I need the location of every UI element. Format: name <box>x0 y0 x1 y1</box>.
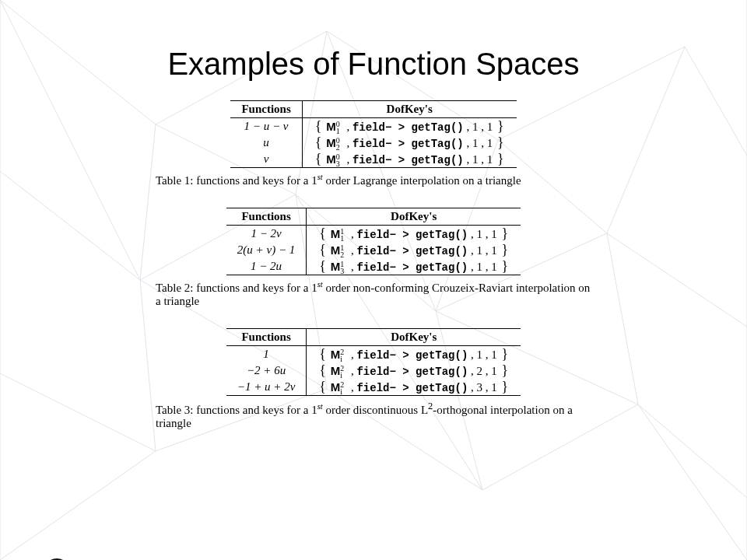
table-1-head-functions: Functions <box>230 101 302 118</box>
table-2-dof-1: { M11 , field− > getTag() , 1 , 1 } <box>307 226 521 243</box>
table-3-head-functions: Functions <box>226 329 307 346</box>
table-row: 1 − u − v { M01 , field− > getTag() , 1 … <box>230 118 516 135</box>
table-3-dof-3: { M2i , field− > getTag() , 3 , 1 } <box>307 379 521 396</box>
table-1-dof-3: { M03 , field− > getTag() , 1 , 1 } <box>302 151 516 168</box>
table-3-func-2: −2 + 6u <box>226 362 307 379</box>
table-2-head-functions: Functions <box>226 208 307 226</box>
table-3-func-1: 1 <box>226 346 307 363</box>
table-row: 2(u + v) − 1 { M12 , field− > getTag() ,… <box>226 242 521 258</box>
table-1: Functions DofKey's 1 − u − v { M01 , fie… <box>230 100 516 168</box>
table-row: v { M03 , field− > getTag() , 1 , 1 } <box>230 151 516 168</box>
table-row: 1 − 2v { M11 , field− > getTag() , 1 , 1… <box>226 226 521 243</box>
table-2-head-dofkeys: DofKey's <box>307 208 521 226</box>
table-row: −1 + u + 2v { M2i , field− > getTag() , … <box>226 379 521 396</box>
table-3-caption: Table 3: functions and keys for a 1st or… <box>156 401 591 430</box>
tables-container: Functions DofKey's 1 − u − v { M01 , fie… <box>124 100 622 430</box>
table-3-dof-2: { M2i , field− > getTag() , 2 , 1 } <box>307 362 521 379</box>
table-row: −2 + 6u { M2i , field− > getTag() , 2 , … <box>226 362 521 379</box>
table-3: Functions DofKey's 1 { M2i , field− > ge… <box>226 328 521 396</box>
table-1-dof-2: { M02 , field− > getTag() , 1 , 1 } <box>302 135 516 151</box>
table-3-dof-1: { M2i , field− > getTag() , 1 , 1 } <box>307 346 521 363</box>
table-2-func-3: 1 − 2u <box>226 258 307 275</box>
table-2-func-2: 2(u + v) − 1 <box>226 242 307 258</box>
slide-title: Examples of Function Spaces <box>0 47 747 82</box>
table-row: 1 − 2u { M13 , field− > getTag() , 1 , 1… <box>226 258 521 275</box>
table-2-dof-3: { M13 , field− > getTag() , 1 , 1 } <box>307 258 521 275</box>
table-2-dof-2: { M12 , field− > getTag() , 1 , 1 } <box>307 242 521 258</box>
table-1-head-dofkeys: DofKey's <box>302 101 516 118</box>
table-2-caption: Table 2: functions and keys for a 1st or… <box>156 280 591 308</box>
table-2: Functions DofKey's 1 − 2v { M11 , field−… <box>226 208 521 275</box>
table-3-func-3: −1 + u + 2v <box>226 379 307 396</box>
table-row: u { M02 , field− > getTag() , 1 , 1 } <box>230 135 516 151</box>
table-1-dof-1: { M01 , field− > getTag() , 1 , 1 } <box>302 118 516 135</box>
slide: Examples of Function Spaces Functions Do… <box>0 47 747 560</box>
table-2-func-1: 1 − 2v <box>226 226 307 243</box>
table-1-func-2: u <box>230 135 302 151</box>
table-1-func-3: v <box>230 151 302 168</box>
table-1-caption: Table 1: functions and keys for a 1st or… <box>156 173 591 187</box>
table-1-func-1: 1 − u − v <box>230 118 302 135</box>
table-3-head-dofkeys: DofKey's <box>307 329 521 346</box>
table-row: 1 { M2i , field− > getTag() , 1 , 1 } <box>226 346 521 363</box>
